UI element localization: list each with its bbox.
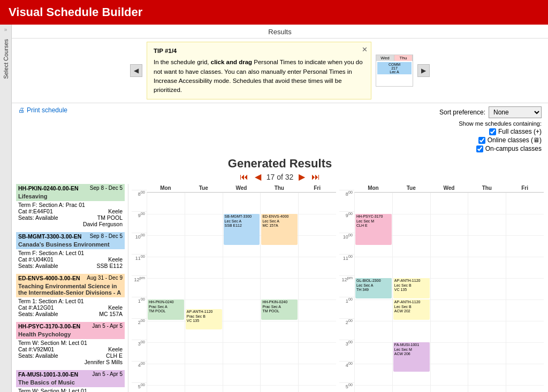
- course-name-fa-musi: The Basics of Music: [16, 379, 125, 387]
- winter-weekly-calendar: Mon Tue Wed Thu Fri 800 900 1000: [339, 184, 544, 392]
- section-seats-psyc: Seats: Available: [18, 352, 58, 359]
- course-item-ed-envs: ED-ENVS-4000-3.00-EN Aug 31 - Dec 9 Teac…: [16, 274, 125, 318]
- fall-day-headers: Mon Tue Wed Thu Fri: [147, 184, 336, 193]
- time-11: 1100: [132, 254, 147, 275]
- time-4: 400: [132, 361, 147, 382]
- course-id-ed-envs: ED-ENVS-4000-3.00-EN: [18, 275, 80, 281]
- sort-row: Sort preference: None Earliest Start Lat…: [439, 106, 542, 118]
- section-cat-row: Cat #:E44F01 Keele: [18, 208, 123, 214]
- course-section-fa-musi: Term W: Section M: Lect 01 Cat #:X01C01 …: [16, 387, 125, 392]
- section-room-sb: SSB E112: [97, 263, 123, 269]
- tip-next-button[interactable]: ▶: [417, 64, 430, 77]
- online-classes-label: Online classes (🖥): [488, 136, 542, 144]
- section-room-row-psyc: Seats: Available CLH E: [18, 352, 123, 359]
- fall-day-mon: Mon: [147, 184, 185, 193]
- course-section-sb-mgmt: Term F: Section A: Lect 01 Cat #:U04K01 …: [16, 249, 125, 270]
- time-1: 100: [132, 297, 147, 318]
- time-2: 200: [132, 318, 147, 340]
- section-instructor: David Ferguson: [18, 221, 123, 227]
- app-title: Visual Schedule Builder: [9, 5, 142, 19]
- section-loc-psyc: Keele: [108, 346, 123, 352]
- fall-day-thu: Thu: [260, 184, 298, 193]
- section-room-row: Seats: Available TM POOL: [18, 214, 123, 221]
- winter-day-fri: Fri: [506, 184, 544, 193]
- sort-select[interactable]: None Earliest Start Latest Start Compact…: [489, 106, 542, 118]
- online-classes-checkbox[interactable]: [478, 137, 485, 144]
- tip-content: ✕ TIP #1/4 In the schedule grid, click a…: [147, 42, 371, 99]
- winter-cal-days: HH-PSYC-3170Lec Sec MCLH E GL-BIOL-2300L…: [354, 193, 544, 392]
- winter-time-col: 800 900 1000 1100 12pm 100 200 300 400: [339, 193, 354, 392]
- winter-event-musi-tue: FA-MUSI-1001Lec Sec MACW 206: [393, 342, 430, 372]
- section-cat-row-psyc: Cat #:V92M01 Keele: [18, 346, 123, 352]
- w-time-2: 200: [339, 318, 354, 340]
- w-time-12: 12pm: [339, 275, 354, 297]
- calendar-area: Mon Tue Wed Thu Fri 800 900 1000: [132, 184, 544, 392]
- sidebar-collapse-arrows[interactable]: »: [4, 27, 7, 33]
- next-page-button[interactable]: ▶: [298, 172, 306, 182]
- section-loc-sb: Keele: [108, 256, 123, 263]
- course-name-hh-psyc: Health Psychology: [16, 330, 125, 339]
- course-id-fa-musi: FA-MUSI-1001-3.00-EN: [18, 371, 78, 378]
- course-item-sb-mgmt: SB-MGMT-3300-3.00-EN Sep 8 - Dec 5 Canad…: [16, 232, 125, 270]
- fall-mon-col: HH-PKIN-0240Prac Sec ATM POOL: [147, 193, 185, 392]
- winter-day-thu: Thu: [468, 184, 506, 193]
- print-schedule-link[interactable]: 🖨 Print schedule: [18, 106, 67, 114]
- winter-day-mon: Mon: [354, 184, 392, 193]
- winter-fri-col: [506, 193, 544, 392]
- winter-mon-col: HH-PSYC-3170Lec Sec MCLH E GL-BIOL-2300L…: [354, 193, 392, 392]
- course-list: HH-PKIN-0240-0.00-EN Sep 8 - Dec 5 Lifes…: [16, 184, 128, 392]
- winter-wed-col: [430, 193, 468, 392]
- page-info: 17 of 32: [267, 173, 294, 181]
- section-room-psyc: CLH E: [106, 352, 123, 359]
- winter-event-psyc-mon: HH-PSYC-3170Lec Sec MCLH E: [355, 214, 392, 245]
- print-label: Print schedule: [27, 106, 67, 114]
- winter-event-anth-tue1: AP-ANTH-1120Lec Sec BVC 135: [393, 278, 430, 298]
- tip-close-button[interactable]: ✕: [362, 44, 368, 55]
- section-cat-psyc: Cat #:V92M01: [18, 346, 54, 352]
- course-id-hh-pkin: HH-PKIN-0240-0.00-EN: [18, 185, 79, 191]
- fall-fri-col: [298, 193, 336, 392]
- first-page-button[interactable]: ⏮: [239, 172, 249, 182]
- section-room-row-ed: Seats: Available MC 157A: [18, 311, 123, 317]
- course-dates-hh-pkin: Sep 8 - Dec 5: [90, 185, 123, 191]
- section-seats-ed: Seats: Available: [18, 311, 58, 317]
- section-label: Term F: Section A: Prac 01: [18, 202, 123, 208]
- section-cat-row-sb: Cat #:U04K01 Keele: [18, 256, 123, 263]
- fall-cal-body: 800 900 1000 1100 12pm 100 200 300 400: [132, 193, 336, 392]
- sort-area: Sort preference: None Earliest Start Lat…: [439, 106, 542, 153]
- winter-thu-col: [468, 193, 506, 392]
- course-name-ed-envs: Teaching Environmental Science in the In…: [16, 282, 125, 297]
- section-label-sb: Term F: Section A: Lect 01: [18, 250, 123, 256]
- section-seats-sb: Seats: Available: [18, 263, 58, 269]
- sidebar-left: » Select Courses: [0, 25, 12, 392]
- weekly-calendars: Mon Tue Wed Thu Fri 800 900 1000: [132, 184, 544, 392]
- time-5: 500: [132, 382, 147, 392]
- print-icon: 🖨: [18, 106, 25, 114]
- section-label-musi: Term W: Section M: Lect 01: [18, 388, 123, 392]
- section-cat-row-ed: Cat #:A12G01 Keele: [18, 304, 123, 311]
- section-loc: Keele: [108, 208, 123, 214]
- oncampus-classes-checkbox[interactable]: [476, 145, 483, 152]
- last-page-button[interactable]: ⏭: [310, 172, 321, 182]
- prev-page-button[interactable]: ◀: [254, 172, 262, 182]
- sort-label: Sort preference:: [439, 109, 485, 116]
- full-classes-checkbox[interactable]: [489, 128, 496, 135]
- w-time-5: 500: [339, 382, 354, 392]
- winter-day-wed: Wed: [430, 184, 468, 193]
- winter-day-tue: Tue: [392, 184, 430, 193]
- course-section-hh-pkin: Term F: Section A: Prac 01 Cat #:E44F01 …: [16, 201, 125, 228]
- results-label: Results: [268, 28, 291, 36]
- section-room-ed: MC 157A: [99, 311, 123, 317]
- section-label-ed: Term 1: Section A: Lect 01: [18, 298, 123, 304]
- tip-prev-button[interactable]: ◀: [130, 64, 142, 77]
- full-classes-row: Full classes (+): [489, 128, 542, 135]
- fall-day-fri: Fri: [298, 184, 336, 193]
- course-dates-fa-musi: Jan 5 - Apr 5: [92, 371, 123, 378]
- show-me-label: Show me schedules containing:: [459, 120, 542, 127]
- tip-text: In the schedule grid, click and drag Per…: [154, 58, 364, 95]
- course-section-ed-envs: Term 1: Section A: Lect 01 Cat #:A12G01 …: [16, 297, 125, 318]
- section-loc-ed: Keele: [108, 304, 123, 311]
- fall-event-anth-tue: AP-ANTH-1120Prac Sec BVC 135: [186, 309, 222, 329]
- generated-results-title: Generated Results: [12, 157, 548, 171]
- course-header-hh-psyc: HH-PSYC-3170-3.00-EN Jan 5 - Apr 5: [16, 322, 125, 330]
